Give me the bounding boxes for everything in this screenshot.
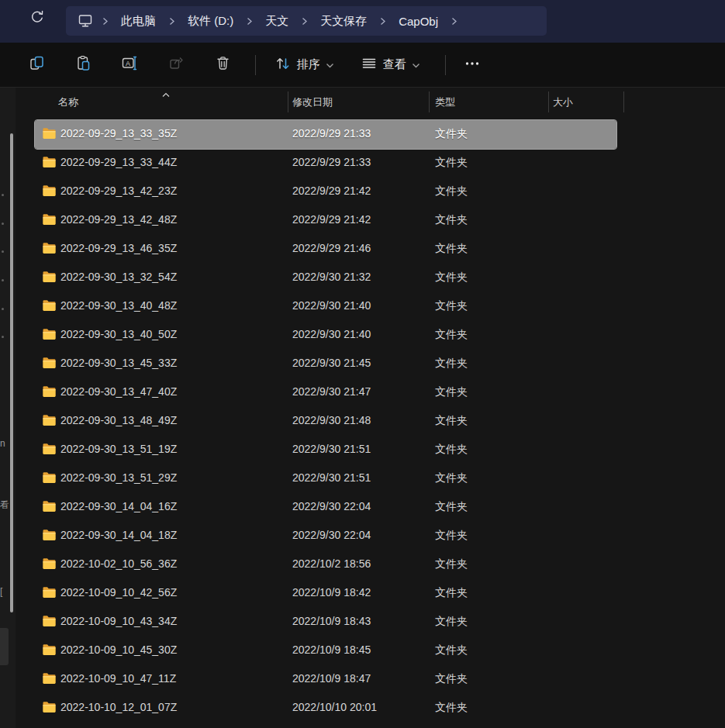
file-name: 2022-09-30_14_04_18Z bbox=[60, 529, 177, 541]
table-row[interactable]: 2022-10-10_12_01_07Z 2022/10/10 20:01 文件… bbox=[35, 694, 616, 723]
navigation-scrollbar[interactable] bbox=[10, 133, 13, 612]
table-row[interactable]: 2022-10-09_10_47_11Z 2022/10/9 18:47 文件夹 bbox=[35, 665, 616, 694]
file-date-modified: 2022/9/29 21:33 bbox=[292, 127, 371, 140]
table-row[interactable]: 2022-09-30_13_40_50Z 2022/9/30 21:40 文件夹 bbox=[35, 321, 616, 350]
file-type: 文件夹 bbox=[435, 443, 468, 457]
more-options-button[interactable] bbox=[457, 50, 488, 81]
breadcrumb-chevron-icon[interactable] bbox=[446, 17, 462, 26]
file-date-modified: 2022/9/29 21:33 bbox=[292, 156, 371, 168]
paste-icon bbox=[75, 55, 91, 74]
table-row[interactable]: 2022-09-29_13_33_35Z 2022/9/29 21:33 文件夹 bbox=[35, 120, 616, 149]
breadcrumb-tianwen[interactable]: 天文 bbox=[257, 11, 296, 32]
rename-icon: A bbox=[121, 55, 138, 74]
file-type: 文件夹 bbox=[435, 557, 468, 571]
column-resize-handle[interactable] bbox=[429, 91, 430, 112]
view-button[interactable]: 查看 bbox=[353, 50, 428, 81]
table-row[interactable]: 2022-09-30_14_04_18Z 2022/9/30 22:04 文件夹 bbox=[35, 522, 616, 550]
computer-icon bbox=[77, 13, 97, 29]
tree-selected-item-clipped[interactable] bbox=[0, 628, 9, 665]
refresh-button[interactable] bbox=[25, 6, 50, 31]
column-resize-handle[interactable] bbox=[623, 91, 624, 112]
share-button[interactable] bbox=[161, 50, 192, 81]
breadcrumb-capobj[interactable]: CapObj bbox=[391, 12, 446, 31]
svg-text:A: A bbox=[126, 60, 130, 67]
file-date-modified: 2022/10/9 18:45 bbox=[292, 643, 371, 656]
breadcrumb-this-pc[interactable]: 此电脑 bbox=[113, 11, 164, 32]
tree-item-dot bbox=[2, 336, 4, 338]
folder-icon bbox=[42, 328, 57, 343]
breadcrumb-chevron-icon bbox=[164, 17, 180, 26]
file-type: 文件夹 bbox=[435, 185, 468, 198]
copy-icon bbox=[29, 55, 45, 74]
file-date-modified: 2022/9/29 21:42 bbox=[292, 213, 371, 226]
folder-icon bbox=[42, 299, 57, 315]
table-row[interactable]: 2022-10-09_10_42_56Z 2022/10/9 18:42 文件夹 bbox=[35, 579, 616, 608]
table-row[interactable]: 2022-10-02_10_56_36Z 2022/10/2 18:56 文件夹 bbox=[35, 550, 616, 579]
dropdown-chevron-icon bbox=[326, 58, 334, 72]
file-type: 文件夹 bbox=[435, 643, 468, 657]
paste-button[interactable] bbox=[67, 50, 98, 81]
tree-item-dot bbox=[2, 279, 4, 281]
column-header-date-modified[interactable]: 修改日期 bbox=[292, 95, 333, 109]
copy-button[interactable] bbox=[21, 50, 52, 81]
file-name: 2022-09-30_13_32_54Z bbox=[60, 271, 177, 283]
file-date-modified: 2022/10/9 18:43 bbox=[292, 615, 371, 627]
table-row[interactable]: 2022-09-29_13_33_44Z 2022/9/29 21:33 文件夹 bbox=[35, 149, 616, 178]
tree-item-dot bbox=[2, 223, 4, 225]
file-type: 文件夹 bbox=[435, 529, 468, 543]
table-row[interactable]: 2022-09-30_13_45_33Z 2022/9/30 21:45 文件夹 bbox=[35, 350, 616, 378]
file-type: 文件夹 bbox=[435, 271, 468, 285]
table-row[interactable]: 2022-09-29_13_42_48Z 2022/9/29 21:42 文件夹 bbox=[35, 206, 616, 235]
table-row[interactable]: 2022-09-30_13_32_54Z 2022/9/30 21:32 文件夹 bbox=[35, 264, 616, 292]
tree-item-text-fragment: [ bbox=[0, 586, 9, 597]
column-header-type[interactable]: 类型 bbox=[435, 95, 455, 109]
file-type: 文件夹 bbox=[435, 242, 468, 256]
table-row[interactable]: 2022-09-30_14_04_16Z 2022/9/30 22:04 文件夹 bbox=[35, 493, 616, 522]
address-bar: 此电脑 软件 (D:) 天文 天文保存 CapObj bbox=[0, 0, 725, 43]
file-name: 2022-09-30_13_40_48Z bbox=[60, 299, 177, 312]
tree-item-dot bbox=[2, 194, 4, 196]
breadcrumb-tianwen-baocun[interactable]: 天文保存 bbox=[312, 11, 375, 32]
table-row[interactable]: 2022-09-30_13_48_49Z 2022/9/30 21:48 文件夹 bbox=[35, 407, 616, 436]
column-resize-handle[interactable] bbox=[548, 91, 549, 112]
navigation-pane-clipped: n 看 [ bbox=[0, 88, 16, 728]
table-row[interactable]: 2022-09-30_13_40_48Z 2022/9/30 21:40 文件夹 bbox=[35, 292, 616, 321]
rename-button[interactable]: A bbox=[114, 50, 145, 81]
file-name: 2022-09-30_14_04_16Z bbox=[60, 500, 177, 512]
file-date-modified: 2022/9/29 21:42 bbox=[292, 185, 371, 197]
table-row[interactable]: 2022-10-09_10_43_34Z 2022/10/9 18:43 文件夹 bbox=[35, 608, 616, 637]
column-header-row: 名称 修改日期 类型 大小 bbox=[16, 88, 725, 116]
file-name: 2022-09-30_13_51_19Z bbox=[60, 443, 177, 455]
file-name: 2022-10-02_10_56_36Z bbox=[60, 557, 177, 570]
file-date-modified: 2022/9/30 21:32 bbox=[292, 271, 371, 283]
folder-icon bbox=[42, 185, 57, 200]
file-type: 文件夹 bbox=[435, 701, 468, 715]
column-header-name[interactable]: 名称 bbox=[58, 95, 78, 109]
file-name: 2022-09-29_13_42_23Z bbox=[60, 185, 177, 197]
file-type: 文件夹 bbox=[435, 213, 468, 227]
tree-item-dot bbox=[2, 308, 4, 310]
file-date-modified: 2022/9/30 21:45 bbox=[292, 357, 371, 369]
table-row[interactable]: 2022-09-29_13_46_35Z 2022/9/29 21:46 文件夹 bbox=[35, 235, 616, 264]
file-name: 2022-09-30_13_48_49Z bbox=[60, 414, 177, 426]
table-row[interactable]: 2022-09-30_13_47_40Z 2022/9/30 21:47 文件夹 bbox=[35, 378, 616, 407]
table-row[interactable]: 2022-09-30_13_51_19Z 2022/9/30 21:51 文件夹 bbox=[35, 436, 616, 464]
table-row[interactable]: 2022-09-30_13_51_29Z 2022/9/30 21:51 文件夹 bbox=[35, 464, 616, 493]
column-resize-handle[interactable] bbox=[288, 91, 288, 112]
table-row[interactable]: 2022-09-29_13_42_23Z 2022/9/29 21:42 文件夹 bbox=[35, 178, 616, 206]
delete-button[interactable] bbox=[207, 50, 238, 81]
file-type: 文件夹 bbox=[435, 471, 468, 485]
sort-button[interactable]: 排序 bbox=[267, 49, 342, 81]
folder-icon bbox=[42, 672, 57, 688]
file-date-modified: 2022/9/30 21:40 bbox=[292, 299, 371, 312]
address-breadcrumb-field[interactable]: 此电脑 软件 (D:) 天文 天文保存 CapObj bbox=[66, 6, 547, 36]
file-name: 2022-10-09_10_43_34Z bbox=[60, 615, 177, 627]
column-header-size[interactable]: 大小 bbox=[553, 95, 573, 109]
breadcrumb-drive-d[interactable]: 软件 (D:) bbox=[180, 11, 241, 32]
file-rows: 2022-09-29_13_33_35Z 2022/9/29 21:33 文件夹… bbox=[16, 120, 725, 723]
more-icon bbox=[464, 56, 481, 74]
folder-icon bbox=[42, 701, 57, 716]
file-name: 2022-09-30_13_45_33Z bbox=[60, 357, 177, 369]
table-row[interactable]: 2022-10-09_10_45_30Z 2022/10/9 18:45 文件夹 bbox=[35, 637, 616, 665]
file-type: 文件夹 bbox=[435, 357, 468, 371]
